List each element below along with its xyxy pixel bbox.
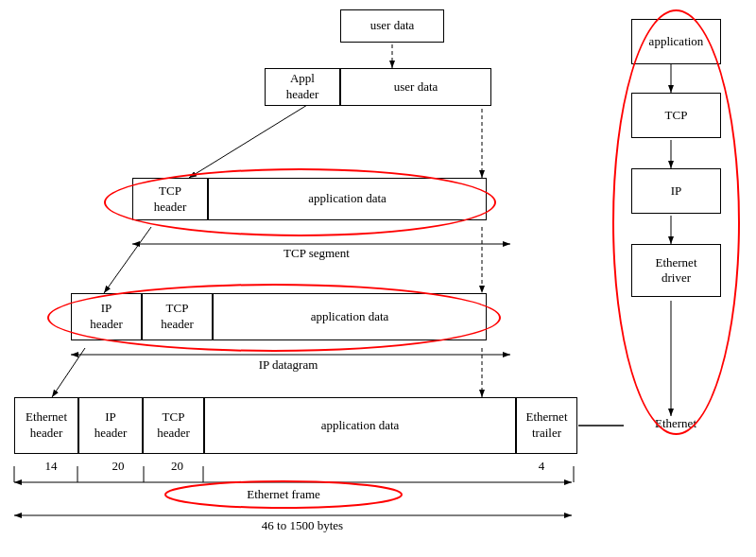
tcp-header-size: 20 <box>151 459 203 474</box>
application-data-1-box: application data <box>208 178 487 220</box>
application-data-2-label: application data <box>311 309 389 325</box>
application-stack-label: application <box>649 34 704 49</box>
tcp-header-3-box: TCPheader <box>143 397 204 454</box>
ethernet-header-label: Ethernetheader <box>26 409 67 442</box>
ip-header-2-label: IPheader <box>94 409 128 442</box>
ip-stack-box: IP <box>631 168 721 214</box>
ethernet-stack-label: Ethernet <box>655 416 696 430</box>
eth-header-size: 14 <box>26 459 76 474</box>
user-data-top-label: user data <box>370 18 415 34</box>
ethernet-driver-stack-label: Ethernetdriver <box>655 255 696 286</box>
tcp-header-1-box: TCPheader <box>132 178 208 220</box>
svg-line-8 <box>52 348 85 397</box>
ip-header-2-box: IPheader <box>78 397 143 454</box>
tcp-segment-label: TCP segment <box>246 246 387 261</box>
application-data-3-box: application data <box>204 397 516 454</box>
ethernet-trailer-label: Ethernettrailer <box>525 409 567 442</box>
appl-header-label: Applheader <box>286 71 319 103</box>
user-data-2-label: user data <box>394 79 438 96</box>
diagram-container: user data Applheader user data TCPheader… <box>0 0 756 557</box>
user-data-2-box: user data <box>340 68 491 106</box>
ip-stack-label: IP <box>671 183 682 199</box>
appl-header-box: Applheader <box>265 68 340 106</box>
tcp-header-2-box: TCPheader <box>142 293 213 340</box>
svg-line-4 <box>189 102 312 178</box>
ip-header-1-box: IPheader <box>71 293 142 340</box>
tcp-stack-label: TCP <box>665 108 688 123</box>
tcp-header-1-label: TCPheader <box>154 183 187 216</box>
ethernet-frame-area: Ethernet frame <box>189 487 378 502</box>
ethernet-driver-stack-box: Ethernetdriver <box>631 244 721 297</box>
user-data-top-box: user data <box>340 9 444 43</box>
bytes-range-label: 46 to 1500 bytes <box>208 518 397 533</box>
application-data-3-label: application data <box>321 418 400 434</box>
ip-datagram-label: IP datagram <box>217 357 359 373</box>
tcp-header-2-label: TCPheader <box>161 301 194 333</box>
tcp-stack-box: TCP <box>631 93 721 138</box>
ip-header-size: 20 <box>94 459 142 474</box>
ethernet-frame-label: Ethernet frame <box>247 487 320 501</box>
ethernet-header-box: Ethernetheader <box>14 397 78 454</box>
application-stack-box: application <box>631 19 721 64</box>
ethernet-stack-label-area: Ethernet <box>624 416 728 431</box>
tcp-header-3-label: TCPheader <box>157 409 190 442</box>
stack-red-oval <box>612 9 740 435</box>
trailer-size: 4 <box>523 459 560 474</box>
svg-line-6 <box>104 227 151 293</box>
ip-header-1-label: IPheader <box>90 301 123 333</box>
application-data-2-box: application data <box>213 293 487 340</box>
ethernet-trailer-box: Ethernettrailer <box>516 397 577 454</box>
application-data-1-label: application data <box>308 191 387 207</box>
